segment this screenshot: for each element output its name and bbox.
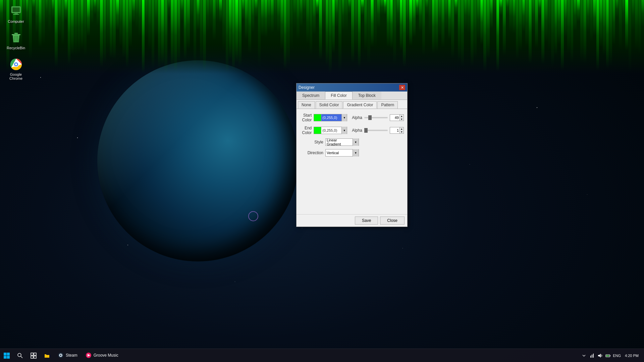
svg-line-6 — [14, 36, 15, 41]
end-alpha-input-container: 1 ▲ ▼ — [390, 127, 404, 134]
taskbar-app-steam[interactable]: Steam — [54, 349, 82, 362]
end-alpha-down[interactable]: ▼ — [400, 130, 404, 133]
desktop: Computer RecycleBin — [0, 0, 644, 362]
close-button[interactable]: Close — [380, 217, 405, 225]
end-alpha-input[interactable]: 1 — [390, 127, 399, 133]
start-alpha-input[interactable]: 49 — [390, 115, 399, 121]
direction-control[interactable]: Vertical ▼ — [325, 149, 359, 157]
recycle-bin-label: RecycleBin — [7, 46, 25, 50]
svg-rect-22 — [34, 356, 36, 358]
system-tray: ENG 4:20 PM — [578, 352, 644, 359]
tab-spectrum[interactable]: Spectrum — [297, 92, 325, 100]
tab-top-block[interactable]: Top Block — [353, 92, 381, 100]
tray-language[interactable]: ENG — [613, 354, 621, 358]
start-alpha-down[interactable]: ▼ — [400, 118, 404, 121]
svg-rect-1 — [12, 7, 20, 12]
taskbar-file-explorer-button[interactable] — [40, 349, 54, 362]
planet — [97, 60, 299, 261]
tray-network-icon[interactable] — [589, 352, 595, 359]
dialog-footer: Save Close — [297, 214, 407, 227]
start-color-control[interactable]: (0,255,0) ▼ — [314, 114, 347, 121]
start-alpha-label: Alpha — [352, 115, 362, 120]
end-color-swatch[interactable] — [314, 127, 321, 134]
direction-row: Direction Vertical ▼ — [300, 149, 404, 157]
moon — [248, 211, 258, 221]
taskbar-app-groove-music[interactable]: Groove Music — [82, 349, 122, 362]
tab-none[interactable]: None — [298, 101, 315, 109]
style-dropdown[interactable]: ▼ — [353, 138, 359, 146]
start-color-dropdown[interactable]: ▼ — [341, 114, 347, 121]
svg-rect-21 — [31, 356, 33, 358]
direction-dropdown[interactable]: ▼ — [353, 149, 359, 157]
desktop-icon-google-chrome[interactable]: GoogleChrome — [3, 56, 29, 82]
recycle-bin-icon — [9, 31, 23, 45]
network-icon — [589, 353, 595, 358]
taskbar: Steam Groove Music — [0, 349, 644, 362]
computer-icon — [9, 5, 23, 18]
svg-rect-19 — [31, 353, 33, 355]
search-icon — [17, 353, 23, 359]
designer-dialog: Designer ✕ Spectrum Fill Color Top Block… — [296, 83, 408, 227]
groove-music-icon — [86, 352, 92, 358]
svg-line-8 — [17, 36, 18, 41]
svg-point-25 — [60, 355, 61, 356]
dialog-close-button[interactable]: ✕ — [399, 85, 405, 90]
svg-rect-28 — [592, 355, 592, 358]
tray-volume-icon[interactable] — [597, 352, 603, 359]
start-color-swatch[interactable] — [314, 114, 321, 121]
style-label: Style — [300, 140, 323, 144]
dialog-main-tabs: Spectrum Fill Color Top Block — [297, 92, 407, 100]
desktop-icon-recycle-bin[interactable]: RecycleBin — [3, 30, 29, 51]
tray-battery-icon[interactable] — [605, 352, 611, 359]
direction-value: Vertical — [326, 151, 353, 155]
start-color-row: Start Color (0,255,0) ▼ Alpha 49 ▲ ▼ — [300, 113, 404, 122]
save-button[interactable]: Save — [355, 217, 378, 225]
battery-icon — [605, 353, 611, 358]
svg-rect-27 — [590, 356, 591, 358]
start-alpha-input-container: 49 ▲ ▼ — [390, 114, 404, 121]
svg-rect-32 — [606, 355, 609, 356]
groove-music-label: Groove Music — [94, 353, 118, 358]
desktop-icon-computer[interactable]: Computer — [3, 3, 29, 25]
start-color-label: Start Color — [300, 113, 312, 122]
dialog-sub-tabs: None Solid Color Gradient Color Pattern — [297, 100, 407, 109]
start-alpha-slider[interactable] — [364, 117, 388, 118]
svg-rect-14 — [7, 353, 10, 356]
tab-pattern[interactable]: Pattern — [377, 101, 398, 109]
svg-rect-20 — [34, 353, 36, 355]
end-alpha-slider[interactable] — [364, 130, 388, 131]
dialog-empty-area — [297, 164, 407, 214]
task-view-icon — [31, 353, 37, 359]
system-clock[interactable]: 4:20 PM — [622, 354, 641, 358]
svg-rect-16 — [7, 356, 10, 359]
svg-point-12 — [15, 63, 17, 65]
steam-icon — [58, 352, 64, 358]
steam-label: Steam — [66, 353, 77, 358]
clock-time: 4:20 PM — [625, 354, 639, 358]
show-hidden-icons-icon — [582, 354, 586, 357]
windows-logo-icon — [3, 352, 10, 359]
svg-rect-2 — [14, 13, 18, 14]
tray-chevron[interactable] — [581, 352, 587, 359]
tab-fill-color[interactable]: Fill Color — [325, 92, 352, 100]
dialog-titlebar[interactable]: Designer ✕ — [297, 83, 407, 92]
svg-rect-13 — [4, 353, 7, 356]
style-control[interactable]: Linear Gradient ▼ — [325, 138, 359, 146]
end-alpha-up[interactable]: ▲ — [400, 127, 404, 130]
tab-solid-color[interactable]: Solid Color — [316, 101, 343, 109]
dialog-title: Designer — [299, 85, 315, 90]
start-button[interactable] — [0, 349, 13, 362]
end-color-dropdown[interactable]: ▼ — [341, 127, 347, 134]
direction-label: Direction — [300, 150, 323, 155]
end-color-row: End Color (0,255,0) ▼ Alpha 1 ▲ ▼ — [300, 126, 404, 135]
tab-gradient-color[interactable]: Gradient Color — [343, 101, 377, 109]
svg-rect-15 — [4, 356, 7, 359]
taskbar-search-button[interactable] — [13, 349, 27, 362]
taskbar-task-view-button[interactable] — [27, 349, 40, 362]
start-alpha-up[interactable]: ▲ — [400, 115, 404, 118]
start-color-value: (0,255,0) — [321, 114, 341, 121]
taskbar-running-apps: Steam Groove Music — [54, 349, 578, 362]
file-explorer-icon — [44, 353, 50, 359]
end-color-control[interactable]: (0,255,0) ▼ — [314, 127, 347, 134]
end-color-label: End Color — [300, 126, 312, 135]
